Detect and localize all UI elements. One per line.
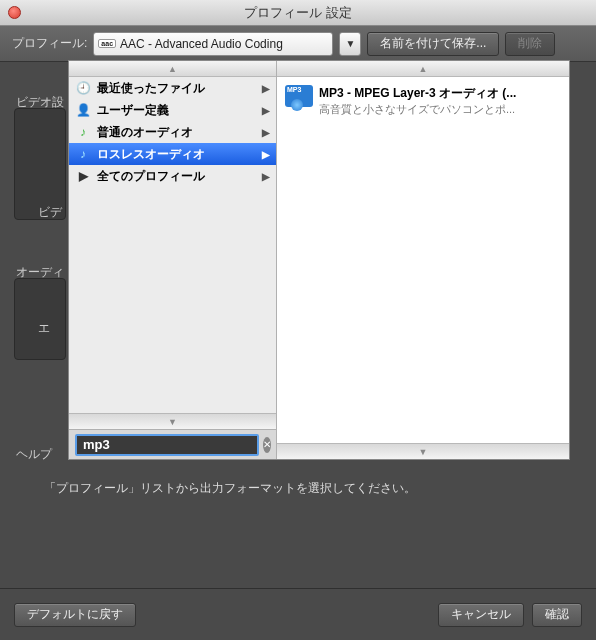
- clear-search-button[interactable]: ✕: [263, 437, 271, 453]
- mp3-icon: [285, 85, 313, 107]
- category-all-profiles[interactable]: ▶ 全てのプロフィール ▶: [69, 165, 276, 187]
- video-label-2: ビデ: [28, 198, 72, 227]
- help-label: ヘルプ: [6, 440, 62, 469]
- search-box[interactable]: [75, 434, 259, 456]
- category-lossless-audio[interactable]: ♪ ロスレスオーディオ ▶: [69, 143, 276, 165]
- category-recent[interactable]: 🕘 最近使ったファイル ▶: [69, 77, 276, 99]
- profile-select[interactable]: aac AAC - Advanced Audio Coding: [93, 32, 333, 56]
- reset-defaults-button[interactable]: デフォルトに戻す: [14, 603, 136, 627]
- save-as-button[interactable]: 名前を付けて保存...: [367, 32, 499, 56]
- ok-button[interactable]: 確認: [532, 603, 582, 627]
- chevron-right-icon: ▶: [262, 171, 270, 182]
- profile-dropdown-button[interactable]: ▼: [339, 32, 361, 56]
- music-note-icon: ♪: [75, 124, 91, 140]
- category-user[interactable]: 👤 ユーザー定義 ▶: [69, 99, 276, 121]
- music-note-icon: ♪: [75, 146, 91, 162]
- result-desc: 高音質と小さなサイズでパソコンとポ...: [319, 102, 561, 117]
- category-list: 🕘 最近使ったファイル ▶ 👤 ユーザー定義 ▶ ♪ 普通のオーディオ ▶ ♪ …: [69, 77, 276, 413]
- instruction-text: 「プロフィール」リストから出力フォーマットを選択してください。: [44, 480, 416, 497]
- chevron-right-icon: ▶: [262, 149, 270, 160]
- category-normal-audio[interactable]: ♪ 普通のオーディオ ▶: [69, 121, 276, 143]
- profile-select-value: AAC - Advanced Audio Coding: [120, 37, 283, 51]
- category-scroll-down[interactable]: ▼: [69, 413, 276, 429]
- result-title: MP3 - MPEG Layer-3 オーディオ (...: [319, 85, 561, 102]
- clock-icon: 🕘: [75, 80, 91, 96]
- user-icon: 👤: [75, 102, 91, 118]
- footer: デフォルトに戻す キャンセル 確認: [0, 588, 596, 640]
- chevron-right-icon: ▶: [262, 127, 270, 138]
- delete-button: 削除: [505, 32, 555, 56]
- audio-label-2: エ: [28, 314, 60, 343]
- result-item-mp3[interactable]: MP3 - MPEG Layer-3 オーディオ (... 高音質と小さなサイズ…: [281, 83, 565, 119]
- cancel-button[interactable]: キャンセル: [438, 603, 524, 627]
- result-list: MP3 - MPEG Layer-3 オーディオ (... 高音質と小さなサイズ…: [277, 77, 569, 443]
- search-row: ✕: [69, 429, 276, 459]
- result-scroll-up[interactable]: ▲: [277, 61, 569, 77]
- profile-popup: ▲ 🕘 最近使ったファイル ▶ 👤 ユーザー定義 ▶ ♪ 普通のオーディオ ▶ …: [68, 60, 570, 460]
- chevron-right-icon: ▶: [262, 105, 270, 116]
- aac-icon: aac: [98, 39, 116, 48]
- toolbar: プロフィール: aac AAC - Advanced Audio Coding …: [0, 26, 596, 62]
- chevron-right-icon: ▶: [262, 83, 270, 94]
- titlebar: プロフィール 設定: [0, 0, 596, 26]
- profile-label: プロフィール:: [12, 35, 87, 52]
- search-input[interactable]: [83, 437, 251, 452]
- category-scroll-up[interactable]: ▲: [69, 61, 276, 77]
- result-scroll-down[interactable]: ▼: [277, 443, 569, 459]
- play-icon: ▶: [75, 168, 91, 184]
- window-title: プロフィール 設定: [0, 4, 596, 22]
